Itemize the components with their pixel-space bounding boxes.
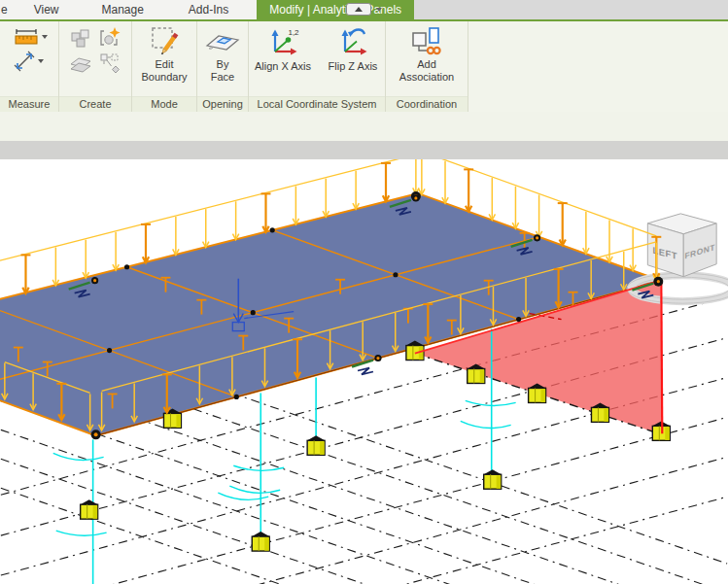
ribbon-tab-bar: e View Manage Add-Ins Modify | Analytica… (0, 0, 728, 21)
model-viewport[interactable]: LEFT FRONT (0, 159, 728, 584)
add-association-icon (410, 25, 443, 56)
dropdown-caret-icon (42, 35, 48, 39)
ground-grid-line[interactable] (1, 429, 727, 584)
add-association-label-1: Add (417, 58, 436, 71)
collapse-caret-icon (376, 8, 382, 12)
edit-boundary-icon (149, 25, 180, 56)
options-bar (0, 112, 728, 141)
edit-boundary-label-2: Boundary (141, 71, 187, 84)
ground-grid-line[interactable] (1, 457, 727, 584)
flip-z-axis-button[interactable]: Flip Z Axis (321, 24, 385, 74)
add-association-label-2: Association (399, 71, 454, 84)
create-group-icon[interactable] (98, 26, 121, 50)
revit-window: e View Manage Add-Ins Modify | Analytica… (0, 0, 728, 584)
align-x-axis-icon: 1,2 (265, 25, 300, 58)
analytical-node[interactable] (124, 264, 129, 269)
analytical-corner-node[interactable] (91, 429, 101, 439)
panel-measure: Measure (0, 21, 59, 112)
panel-coordination: Add Association Coordination (386, 21, 468, 112)
ground-grid-line[interactable] (1, 417, 727, 584)
add-association-button[interactable]: Add Association (397, 24, 457, 85)
analytical-node[interactable] (516, 317, 521, 322)
edit-boundary-label-1: Edit (156, 58, 174, 71)
flip-z-axis-label: Flip Z Axis (329, 60, 378, 73)
support-box[interactable] (81, 499, 98, 519)
column-release-arc (466, 400, 516, 405)
panel-local-coordinate-system: 1,2 Align X Axis Flip Z Axis (249, 21, 386, 112)
panel-label-lcs[interactable]: Local Coordinate System (249, 96, 385, 112)
dropdown-caret-icon (38, 59, 44, 63)
flip-z-axis-icon (335, 25, 370, 58)
column-release-arc (56, 531, 107, 535)
ground-grid-line[interactable] (1, 497, 727, 584)
panel-label-measure[interactable]: Measure (0, 96, 58, 112)
analytical-node[interactable] (251, 310, 256, 315)
ribbon-filler (468, 21, 728, 112)
support-box[interactable] (252, 532, 269, 551)
ruler-icon (14, 28, 39, 45)
analytical-node[interactable] (270, 227, 275, 232)
panel-label-create[interactable]: Create (59, 96, 131, 112)
support-box[interactable] (484, 469, 502, 489)
panel-label-coordination[interactable]: Coordination (386, 96, 468, 112)
panel-create: Create (59, 21, 132, 112)
measure-between-refs-button[interactable] (14, 51, 48, 72)
tab-partial[interactable]: e (0, 0, 12, 19)
collapse-icon (346, 3, 371, 16)
align-x-axis-label: Align X Axis (255, 60, 311, 73)
by-face-icon (205, 25, 240, 56)
create-component-icon[interactable] (69, 26, 92, 50)
support-box[interactable] (307, 435, 325, 455)
selection-bar (0, 141, 728, 159)
panel-label-mode[interactable]: Mode (132, 96, 196, 112)
tab-add-ins[interactable]: Add-Ins (176, 0, 241, 19)
create-parts-icon[interactable] (69, 52, 92, 75)
ribbon-collapse-button[interactable] (346, 3, 382, 16)
ground-grid-line[interactable] (1, 459, 727, 584)
measure-diagonal-icon (14, 51, 35, 72)
analytical-node[interactable] (107, 348, 112, 353)
tab-modify-analytical-panels[interactable]: Modify | Analytical Panels (257, 0, 414, 19)
edit-boundary-button[interactable]: Edit Boundary (138, 24, 190, 85)
analytical-node[interactable] (393, 272, 398, 277)
by-face-label-2: Face (211, 71, 234, 84)
panel-label-opening[interactable]: Opening (197, 96, 248, 112)
ground-grid-line[interactable] (1, 488, 727, 584)
analytical-node[interactable] (234, 395, 239, 399)
create-convert-icon[interactable] (98, 52, 121, 75)
measure-ruler-button[interactable] (14, 28, 48, 45)
panel-mode: Edit Boundary Mode (132, 21, 197, 112)
column-release-arc (229, 486, 280, 493)
ribbon: Measure (0, 21, 728, 112)
column-release-arc (461, 421, 511, 428)
by-face-label-1: By (217, 58, 229, 71)
tab-manage[interactable]: Manage (88, 0, 156, 19)
by-face-button[interactable]: By Face (202, 24, 243, 85)
tab-view[interactable]: View (21, 0, 72, 19)
panel-opening: By Face Opening (197, 21, 249, 112)
align-x-axis-button[interactable]: 1,2 Align X Axis (249, 24, 317, 74)
align-x-badge: 1,2 (288, 28, 299, 37)
